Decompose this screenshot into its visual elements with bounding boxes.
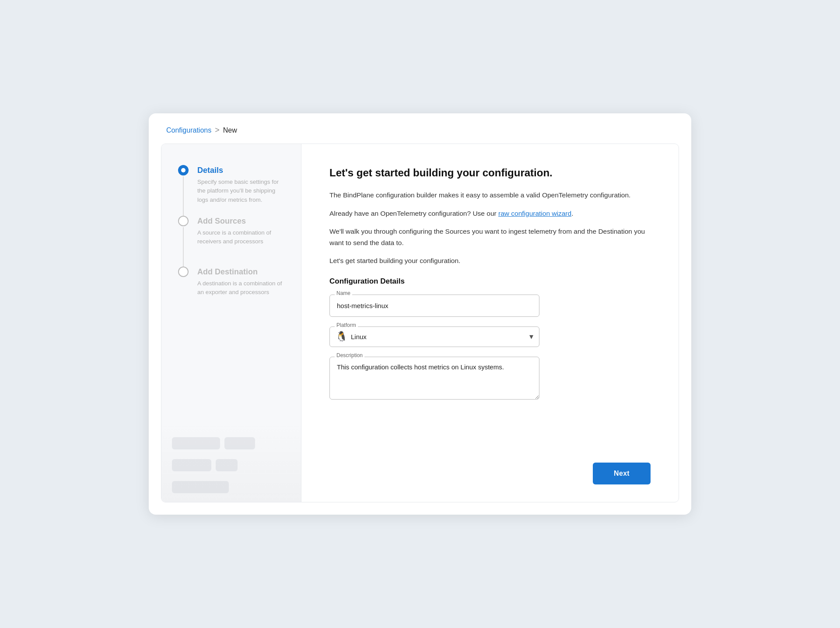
page-container: Configurations > New Details Specify som… bbox=[149, 113, 691, 515]
step-add-destination: Add Destination A destination is a combi… bbox=[177, 267, 285, 297]
sidebar-blur-shapes bbox=[172, 437, 290, 493]
platform-field-wrapper: Platform 🐧 Linux Windows macOS Kubernete… bbox=[329, 326, 539, 347]
content-heading: Let's get started building your configur… bbox=[329, 167, 651, 179]
step-add-destination-left bbox=[177, 267, 189, 277]
blur-shape-3 bbox=[172, 459, 211, 471]
action-row: Next bbox=[329, 452, 651, 484]
raw-config-wizard-link[interactable]: raw configuration wizard bbox=[498, 210, 571, 217]
platform-select[interactable]: Linux Windows macOS Kubernetes bbox=[329, 326, 539, 347]
intro-2-before: Already have an OpenTelemetry configurat… bbox=[329, 210, 498, 217]
intro-paragraph-4: Let's get started building your configur… bbox=[329, 255, 651, 267]
main-content: Let's get started building your configur… bbox=[301, 144, 679, 502]
step-add-sources-circle bbox=[178, 216, 189, 226]
step-add-destination-desc: A destination is a combination of an exp… bbox=[197, 279, 285, 297]
step-details-desc: Specify some basic settings for the plat… bbox=[197, 178, 285, 204]
blur-shape-2 bbox=[224, 437, 255, 449]
next-button[interactable]: Next bbox=[593, 463, 651, 484]
step-details-line bbox=[183, 176, 184, 216]
step-add-sources-title: Add Sources bbox=[197, 217, 285, 226]
content-body: The BindPlane configuration builder make… bbox=[329, 189, 651, 274]
name-input[interactable] bbox=[329, 295, 539, 317]
description-field-wrapper: Description This configuration collects … bbox=[329, 357, 539, 401]
step-details: Details Specify some basic settings for … bbox=[177, 165, 285, 216]
breadcrumb: Configurations > New bbox=[149, 113, 691, 144]
platform-select-wrapper: 🐧 Linux Windows macOS Kubernetes ▾ bbox=[329, 326, 539, 347]
config-details-heading: Configuration Details bbox=[329, 277, 651, 286]
blur-shape-4 bbox=[216, 459, 238, 471]
step-details-title: Details bbox=[197, 166, 285, 175]
sidebar: Details Specify some basic settings for … bbox=[161, 144, 301, 502]
breadcrumb-configurations-link[interactable]: Configurations bbox=[166, 126, 211, 134]
intro-2-after: . bbox=[571, 210, 573, 217]
step-add-destination-title: Add Destination bbox=[197, 267, 285, 277]
intro-paragraph-3: We'll walk you through configuring the S… bbox=[329, 226, 651, 248]
blur-shape-5 bbox=[172, 481, 229, 493]
main-layout: Details Specify some basic settings for … bbox=[161, 144, 679, 502]
name-field-wrapper: Name bbox=[329, 295, 539, 317]
blur-shape-1 bbox=[172, 437, 220, 449]
description-textarea[interactable]: This configuration collects host metrics… bbox=[329, 357, 539, 400]
intro-paragraph-1: The BindPlane configuration builder make… bbox=[329, 189, 651, 201]
name-field-label: Name bbox=[335, 290, 352, 296]
step-add-sources-left bbox=[177, 216, 189, 267]
description-field-label: Description bbox=[335, 352, 364, 358]
step-add-sources-line bbox=[183, 227, 184, 267]
step-details-content: Details Specify some basic settings for … bbox=[197, 165, 285, 204]
breadcrumb-current: New bbox=[223, 126, 237, 134]
intro-paragraph-2: Already have an OpenTelemetry configurat… bbox=[329, 208, 651, 219]
step-details-left bbox=[177, 165, 189, 216]
step-add-destination-circle bbox=[178, 267, 189, 277]
step-add-sources-desc: A source is a combination of receivers a… bbox=[197, 228, 285, 246]
sidebar-bottom-blur bbox=[161, 423, 301, 502]
breadcrumb-separator: > bbox=[215, 126, 220, 135]
step-details-circle bbox=[178, 165, 189, 175]
step-add-sources-content: Add Sources A source is a combination of… bbox=[197, 216, 285, 246]
platform-field-label: Platform bbox=[335, 322, 358, 328]
step-add-destination-content: Add Destination A destination is a combi… bbox=[197, 267, 285, 297]
step-add-sources: Add Sources A source is a combination of… bbox=[177, 216, 285, 267]
